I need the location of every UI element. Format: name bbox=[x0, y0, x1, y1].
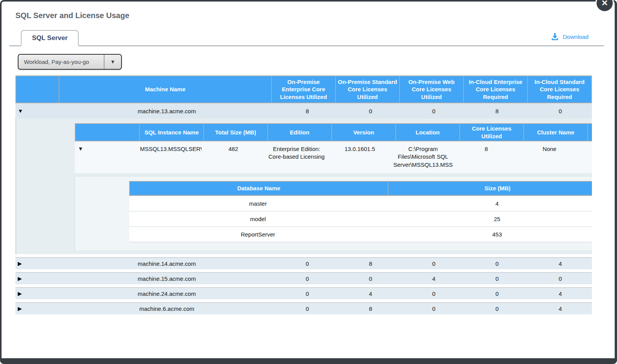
instance-total-size: 482 bbox=[202, 145, 265, 153]
expand-row-icon[interactable]: ▶ bbox=[15, 275, 58, 282]
value-cell: 0 bbox=[402, 290, 465, 297]
value-cell: 4 bbox=[529, 260, 592, 267]
database-name: master bbox=[129, 200, 387, 207]
workload-filter-dropdown[interactable]: Workload, Pay-as-you-go ▼ bbox=[18, 54, 122, 70]
value-cell: 0 bbox=[465, 305, 529, 312]
value-cell: 0 bbox=[339, 108, 402, 114]
value-cell: 4 bbox=[529, 290, 592, 297]
value-cell: 8 bbox=[465, 108, 529, 114]
database-size: 25 bbox=[387, 216, 592, 222]
machine-name: machine.14.acme.com bbox=[58, 260, 276, 267]
value-cell: 0 bbox=[465, 290, 529, 297]
database-row: ReportServer 453 bbox=[129, 226, 592, 242]
column-header-onprem-standard: On-Premise Standard Core Licenses Utiliz… bbox=[336, 76, 399, 102]
instance-name: MSSQL13.MSSQLSERV bbox=[138, 145, 202, 153]
database-name: ReportServer bbox=[129, 231, 387, 238]
value-cell: 0 bbox=[276, 260, 339, 267]
machine-name: machine.15.acme.com bbox=[58, 275, 276, 282]
instance-cluster-name: None bbox=[518, 145, 581, 153]
column-header-version: Version bbox=[332, 124, 395, 141]
expand-row-icon[interactable]: ▶ bbox=[15, 290, 58, 297]
tab-bar: SQL Server Download bbox=[9, 30, 604, 46]
value-cell: 4 bbox=[402, 275, 465, 282]
database-row: master 4 bbox=[129, 196, 592, 211]
column-header-machine-name: Machine Name bbox=[59, 76, 271, 102]
machine-name: machine.13.acme.com bbox=[58, 108, 276, 114]
expand-column-header bbox=[76, 124, 139, 141]
truncated-column-header bbox=[588, 124, 592, 141]
value-cell: 0 bbox=[465, 275, 529, 282]
sql-instance-table: SQL Instance Name Total Size (MB) Editio… bbox=[75, 123, 592, 251]
machine-row[interactable]: ▶ machine.14.acme.com 0 8 0 0 4 bbox=[15, 257, 592, 269]
column-header-incloud-standard: In-Cloud Standard Core Licenses Required bbox=[528, 76, 591, 102]
screen: SQL Server and License Usage SQL Server … bbox=[0, 0, 617, 364]
database-table-header: Database Name Size (MB) bbox=[129, 181, 592, 196]
value-cell: 0 bbox=[276, 305, 339, 312]
machine-row[interactable]: ▶ machine.6.acme.com 0 8 0 0 4 bbox=[15, 302, 592, 314]
instance-table-header: SQL Instance Name Total Size (MB) Editio… bbox=[75, 123, 592, 141]
collapse-instance-icon[interactable]: ▼ bbox=[75, 145, 138, 153]
value-cell: 0 bbox=[402, 260, 465, 267]
instance-core-licenses: 8 bbox=[455, 145, 518, 153]
machine-name: machine.6.acme.com bbox=[58, 305, 276, 312]
dropdown-selected-value: Workload, Pay-as-you-go bbox=[19, 55, 104, 69]
column-header-onprem-web: On-Premise Web Core Licenses Utilized bbox=[400, 76, 463, 102]
sql-license-usage-panel: SQL Server and License Usage SQL Server … bbox=[0, 0, 617, 364]
expand-row-icon[interactable]: ▶ bbox=[15, 260, 58, 267]
instance-expanded-detail: Database Name Size (MB) master 4 model 2… bbox=[75, 176, 592, 251]
collapse-row-icon[interactable]: ▼ bbox=[15, 108, 58, 114]
expand-row-icon[interactable]: ▶ bbox=[15, 305, 58, 312]
column-header-onprem-enterprise: On-Premise Enterprise Core Licenses Util… bbox=[272, 76, 335, 102]
value-cell: 4 bbox=[339, 290, 402, 297]
database-size: 4 bbox=[387, 200, 592, 207]
license-usage-table: Machine Name On-Premise Enterprise Core … bbox=[15, 75, 592, 314]
database-size: 453 bbox=[387, 231, 592, 238]
page-title: SQL Server and License Usage bbox=[15, 11, 129, 20]
column-header-location: Location bbox=[396, 124, 459, 141]
column-header-database-name: Database Name bbox=[130, 182, 388, 195]
column-header-core-licenses: Core Licenses Utilized bbox=[460, 124, 523, 141]
instance-location: C:\Program Files\Microsoft SQL Server\MS… bbox=[391, 145, 455, 169]
value-cell: 0 bbox=[339, 275, 402, 282]
machine-row[interactable]: ▶ machine.15.acme.com 0 0 4 0 0 bbox=[15, 272, 592, 284]
database-row: model 25 bbox=[129, 211, 592, 226]
download-icon bbox=[551, 32, 559, 41]
expand-column-header bbox=[16, 76, 59, 102]
column-header-edition: Edition bbox=[268, 124, 331, 141]
value-cell: 4 bbox=[529, 305, 592, 312]
value-cell: 8 bbox=[339, 260, 402, 267]
machine-row-expanded[interactable]: ▼ machine.13.acme.com 8 0 0 8 0 bbox=[15, 103, 592, 119]
machine-name: machine.24.acme.com bbox=[58, 290, 276, 297]
instance-version: 13.0.1601.5 bbox=[328, 145, 391, 153]
machine-row[interactable]: ▶ machine.24.acme.com 0 4 0 0 4 bbox=[15, 287, 592, 299]
download-button[interactable]: Download bbox=[551, 32, 588, 41]
value-cell: 0 bbox=[402, 108, 465, 114]
main-table-header: Machine Name On-Premise Enterprise Core … bbox=[15, 75, 592, 103]
database-name: model bbox=[129, 216, 387, 222]
sql-instance-row[interactable]: ▼ MSSQL13.MSSQLSERV 482 Enterprise Editi… bbox=[75, 141, 592, 173]
machine-13-expanded-detail: SQL Instance Name Total Size (MB) Editio… bbox=[15, 119, 592, 254]
value-cell: 0 bbox=[529, 275, 592, 282]
dropdown-arrow-icon[interactable]: ▼ bbox=[104, 55, 121, 69]
column-header-instance-name: SQL Instance Name bbox=[140, 124, 203, 141]
value-cell: 0 bbox=[529, 108, 592, 114]
value-cell: 8 bbox=[276, 108, 339, 114]
download-label: Download bbox=[563, 34, 588, 40]
tab-sql-server[interactable]: SQL Server bbox=[21, 30, 79, 46]
instance-edition: Enterprise Edition: Core-based Licensing bbox=[265, 145, 328, 161]
value-cell: 0 bbox=[276, 290, 339, 297]
database-table: Database Name Size (MB) master 4 model 2… bbox=[129, 181, 592, 242]
column-header-cluster-name: Cluster Name bbox=[524, 124, 587, 141]
value-cell: 0 bbox=[276, 275, 339, 282]
column-header-incloud-enterprise: In-Cloud Enterprise Core Licenses Requir… bbox=[464, 76, 527, 102]
column-header-size: Size (MB) bbox=[388, 182, 592, 195]
value-cell: 0 bbox=[465, 260, 529, 267]
column-header-total-size: Total Size (MB) bbox=[204, 124, 267, 141]
value-cell: 0 bbox=[402, 305, 465, 312]
value-cell: 8 bbox=[339, 305, 402, 312]
